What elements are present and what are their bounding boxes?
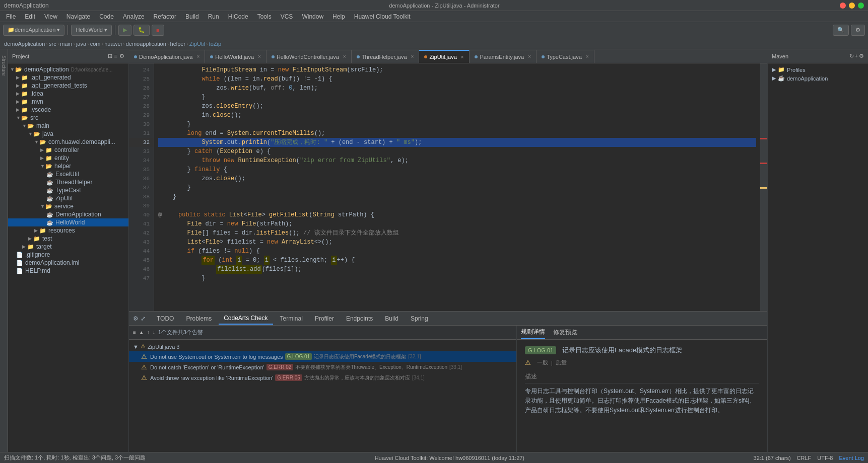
issue-item-2[interactable]: ⚠ Do not catch 'Exception' or 'RuntimeEx… [129,362,516,372]
maven-settings-btn[interactable]: ⚙ [859,53,864,59]
breadcrumb-tozip[interactable]: toZip [209,41,221,47]
search-everywhere-btn[interactable]: 🔍 [833,25,849,36]
tree-resources[interactable]: ▶ 📁 resources [8,226,128,235]
menu-file[interactable]: File [2,12,20,21]
menu-huawei[interactable]: Huawei Cloud Toolkit [350,12,415,21]
tab-profiler[interactable]: Profiler [310,313,339,324]
tree-service[interactable]: ▼ 📂 service [8,202,128,210]
structure-label[interactable]: Structure [0,51,8,80]
toolbar-project-btn[interactable]: 📁 demoApplication ▾ [3,25,64,36]
menu-help[interactable]: Help [328,12,349,21]
code-editor[interactable]: 24 25 26 27 28 29 30 31 32 33 34 35 36 3… [129,63,767,311]
breadcrumb-huawei[interactable]: huawei [104,41,122,47]
tab-build[interactable]: Build [380,313,404,324]
tab-paramsentity[interactable]: ParamsEntity.java × [470,50,537,63]
toolbar-run-config[interactable]: HelloWorld ▾ [71,25,112,36]
rule-tab-fix[interactable]: 修复预览 [553,326,577,339]
breadcrumb-demoapplication[interactable]: demoApplication [4,41,45,47]
menu-build[interactable]: Build [181,12,203,21]
menu-view[interactable]: View [40,12,61,21]
minimize-button[interactable] [849,3,855,9]
tab-problems[interactable]: Problems [181,313,217,324]
tree-helloworld[interactable]: ☕ HelloWorld [8,218,128,226]
breadcrumb-src[interactable]: src [49,41,56,47]
maven-demoapplication[interactable]: ▶ ☕ demoApplication [768,74,868,83]
menu-navigate[interactable]: Navigate [62,12,94,21]
tree-mvn[interactable]: ▶ 📁 .mvn [8,98,128,106]
settings-btn[interactable]: ⚙ [851,25,865,36]
tree-toolbar-btn-1[interactable]: ⊞ [108,53,112,59]
debug-button[interactable]: 🐛 [133,25,150,36]
tab-close-btn[interactable]: × [411,54,414,59]
tab-close-btn[interactable]: × [528,54,531,59]
breadcrumb-helper[interactable]: helper [170,41,186,47]
tree-typecast[interactable]: ☕ TypeCast [8,186,128,194]
tab-close-btn[interactable]: × [258,54,261,59]
tree-apt[interactable]: ▶ 📁 .apt_generated [8,73,128,82]
tree-src[interactable]: ▼ 📂 src [8,114,128,122]
status-event-log[interactable]: Event Log [839,455,864,461]
maven-add-btn[interactable]: + [855,53,858,59]
tree-item-root[interactable]: ▼ 📂 demoApplication D:\workspace\de... [8,65,128,73]
rule-tab-detail[interactable]: 规则详情 [521,326,545,339]
menu-refactor[interactable]: Refactor [150,12,180,21]
tab-close-btn[interactable]: × [586,54,589,59]
tab-demoapplication[interactable]: DemoApplication.java × [129,50,205,63]
tree-demoapplication[interactable]: ☕ DemoApplication [8,210,128,218]
tree-helper[interactable]: ▼ 📂 helper [8,162,128,170]
tree-main[interactable]: ▼ 📂 main [8,122,128,130]
status-summary[interactable]: 扫描文件数: 1个, 耗时: 1秒, 检查出: 3个问题, 3个一般问题 [4,454,146,461]
tree-test[interactable]: ▶ 📁 test [8,235,128,243]
toolbar-next-btn[interactable]: ↓ [153,330,155,335]
tab-close-btn[interactable]: × [461,54,464,60]
editor-scrollbar[interactable] [760,63,767,311]
tree-threadhelper[interactable]: ☕ ThreadHelper [8,178,128,186]
breadcrumb-main[interactable]: main [60,41,72,47]
tree-gitignore[interactable]: 📄 .gitignore [8,251,128,259]
panel-settings-btn[interactable]: ⚙ [133,315,139,322]
maximize-button[interactable] [858,3,864,9]
tab-ziputil[interactable]: ZipUtil.java × [419,50,470,63]
status-position[interactable]: 32:1 (67 chars) [754,455,791,461]
tab-close-btn[interactable]: × [196,54,199,59]
toolbar-filter-btn[interactable]: ≡ [133,330,136,335]
maven-profiles[interactable]: ▶ 📁 Profiles [768,65,868,74]
breadcrumb-ziputil[interactable]: ZipUtil [189,41,205,47]
tab-close-btn[interactable]: × [343,54,346,59]
tree-ziputil[interactable]: ☕ ZipUtil [8,194,128,202]
status-line-ending[interactable]: CRLF [797,455,812,461]
tree-settings-btn[interactable]: ⚙ [119,53,124,59]
menu-edit[interactable]: Edit [21,12,39,21]
toolbar-prev-btn[interactable]: ↑ [147,330,150,335]
tree-controller[interactable]: ▶ 📁 controller [8,146,128,154]
tree-idea[interactable]: ▶ 📁 .idea [8,90,128,98]
tree-vscode[interactable]: ▶ 📁 .vscode [8,106,128,114]
close-button[interactable] [840,3,846,9]
panel-expand-btn[interactable]: ⤢ [141,315,146,322]
toolbar-collapse-btn[interactable]: ▲ [139,330,144,335]
menu-window[interactable]: Window [298,12,327,21]
tree-demoapplication-iml[interactable]: 📄 demoApplication.iml [8,259,128,267]
status-encoding[interactable]: UTF-8 [817,455,833,461]
tree-apt-tests[interactable]: ▶ 📁 .apt_generated_tests [8,82,128,90]
tab-codearts[interactable]: CodeArts Check [219,313,273,325]
menu-analyze[interactable]: Analyze [119,12,149,21]
code-content[interactable]: FileInputStream in = new FileInputStream… [154,63,760,311]
menu-run[interactable]: Run [204,12,223,21]
tree-java[interactable]: ▼ 📂 java [8,130,128,138]
tree-entity[interactable]: ▶ 📁 entity [8,154,128,162]
tab-endpoints[interactable]: Endpoints [341,313,378,324]
menu-vcs[interactable]: VCS [277,12,297,21]
issue-item-3[interactable]: ⚠ Avoid throw raw exception like 'Runtim… [129,372,516,383]
tree-toolbar-btn-2[interactable]: ≡ [114,53,117,59]
menu-tools[interactable]: Tools [253,12,276,21]
tab-helloworld[interactable]: HelloWorld.java × [205,50,266,63]
tree-target[interactable]: ▶ 📁 target [8,243,128,251]
issue-group-ziputil[interactable]: ▼ ⚠ ZipUtil.java 3 [129,342,516,351]
tree-com-huawei[interactable]: ▼ 📂 com.huawei.demoappli... [8,138,128,146]
run-button[interactable]: ▶ [118,25,131,36]
tab-todo[interactable]: TODO [152,313,179,324]
maven-refresh-btn[interactable]: ↻ [849,53,854,59]
breadcrumb-java[interactable]: java [76,41,86,47]
issue-item-1[interactable]: ⚠ Do not use System.out or System.err to… [129,351,516,362]
